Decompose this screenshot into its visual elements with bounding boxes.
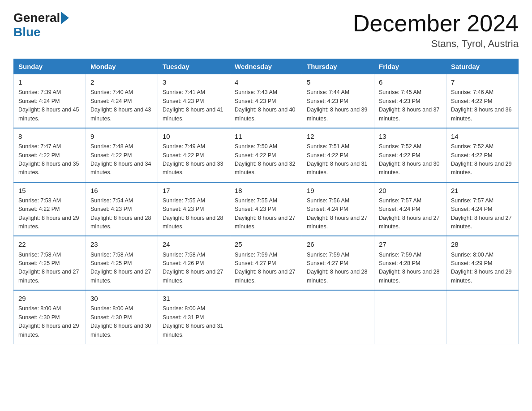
day-info: Sunrise: 7:58 AMSunset: 4:25 PMDaylight:…: [18, 251, 81, 286]
day-number: 3: [163, 77, 225, 87]
day-info: Sunrise: 7:49 AMSunset: 4:22 PMDaylight:…: [163, 142, 225, 177]
day-info: Sunrise: 8:00 AMSunset: 4:30 PMDaylight:…: [90, 304, 153, 339]
calendar-cell: [302, 290, 374, 344]
calendar-cell: 10Sunrise: 7:49 AMSunset: 4:22 PMDayligh…: [158, 128, 230, 182]
day-info: Sunrise: 7:59 AMSunset: 4:28 PMDaylight:…: [379, 251, 442, 286]
calendar-cell: [446, 290, 519, 344]
day-info: Sunrise: 7:50 AMSunset: 4:22 PMDaylight:…: [235, 142, 297, 177]
day-number: 24: [163, 239, 225, 249]
calendar-cell: 15Sunrise: 7:53 AMSunset: 4:22 PMDayligh…: [14, 182, 86, 236]
header-thursday: Thursday: [302, 59, 374, 74]
title-area: December 2024 Stans, Tyrol, Austria: [353, 11, 519, 50]
day-info: Sunrise: 7:55 AMSunset: 4:23 PMDaylight:…: [235, 197, 297, 231]
day-number: 4: [235, 77, 297, 87]
header-sunday: Sunday: [14, 59, 86, 74]
day-info: Sunrise: 7:39 AMSunset: 4:24 PMDaylight:…: [18, 88, 81, 123]
calendar-cell: 6Sunrise: 7:45 AMSunset: 4:23 PMDaylight…: [374, 74, 446, 128]
day-info: Sunrise: 7:57 AMSunset: 4:24 PMDaylight:…: [379, 197, 442, 231]
week-row-4: 22Sunrise: 7:58 AMSunset: 4:25 PMDayligh…: [14, 236, 519, 290]
week-row-1: 1Sunrise: 7:39 AMSunset: 4:24 PMDaylight…: [14, 74, 519, 128]
day-number: 2: [90, 77, 153, 87]
logo-arrow-icon: [61, 12, 69, 24]
week-row-3: 15Sunrise: 7:53 AMSunset: 4:22 PMDayligh…: [14, 182, 519, 236]
calendar-cell: 24Sunrise: 7:58 AMSunset: 4:26 PMDayligh…: [158, 236, 230, 290]
header-wednesday: Wednesday: [230, 59, 302, 74]
header-friday: Friday: [374, 59, 446, 74]
calendar-cell: 20Sunrise: 7:57 AMSunset: 4:24 PMDayligh…: [374, 182, 446, 236]
day-info: Sunrise: 7:43 AMSunset: 4:23 PMDaylight:…: [235, 88, 297, 123]
day-number: 12: [307, 131, 369, 141]
calendar-cell: 8Sunrise: 7:47 AMSunset: 4:22 PMDaylight…: [14, 128, 86, 182]
calendar-cell: 30Sunrise: 8:00 AMSunset: 4:30 PMDayligh…: [86, 290, 158, 344]
day-info: Sunrise: 7:54 AMSunset: 4:23 PMDaylight:…: [90, 197, 153, 231]
header-tuesday: Tuesday: [158, 59, 230, 74]
day-number: 8: [18, 131, 81, 141]
calendar-cell: 28Sunrise: 8:00 AMSunset: 4:29 PMDayligh…: [446, 236, 519, 290]
day-info: Sunrise: 7:40 AMSunset: 4:24 PMDaylight:…: [90, 88, 153, 123]
page-header: General Blue December 2024 Stans, Tyrol,…: [13, 11, 519, 50]
day-info: Sunrise: 7:56 AMSunset: 4:24 PMDaylight:…: [307, 197, 369, 231]
calendar-cell: 4Sunrise: 7:43 AMSunset: 4:23 PMDaylight…: [230, 74, 302, 128]
calendar-cell: 9Sunrise: 7:48 AMSunset: 4:22 PMDaylight…: [86, 128, 158, 182]
day-info: Sunrise: 7:48 AMSunset: 4:22 PMDaylight:…: [90, 142, 153, 177]
day-number: 13: [379, 131, 442, 141]
day-info: Sunrise: 7:51 AMSunset: 4:22 PMDaylight:…: [307, 142, 369, 177]
week-row-5: 29Sunrise: 8:00 AMSunset: 4:30 PMDayligh…: [14, 290, 519, 344]
day-number: 30: [90, 293, 153, 304]
day-number: 25: [235, 239, 297, 249]
calendar-cell: 3Sunrise: 7:41 AMSunset: 4:23 PMDaylight…: [158, 74, 230, 128]
day-number: 22: [18, 239, 81, 249]
header-row: SundayMondayTuesdayWednesdayThursdayFrid…: [14, 59, 519, 74]
day-number: 31: [163, 293, 225, 304]
calendar-cell: 26Sunrise: 7:59 AMSunset: 4:27 PMDayligh…: [302, 236, 374, 290]
header-saturday: Saturday: [446, 59, 519, 74]
calendar-table: SundayMondayTuesdayWednesdayThursdayFrid…: [13, 59, 519, 344]
calendar-cell: 22Sunrise: 7:58 AMSunset: 4:25 PMDayligh…: [14, 236, 86, 290]
day-info: Sunrise: 7:59 AMSunset: 4:27 PMDaylight:…: [235, 251, 297, 286]
calendar-cell: 18Sunrise: 7:55 AMSunset: 4:23 PMDayligh…: [230, 182, 302, 236]
calendar-cell: 7Sunrise: 7:46 AMSunset: 4:22 PMDaylight…: [446, 74, 519, 128]
day-info: Sunrise: 7:52 AMSunset: 4:22 PMDaylight:…: [379, 142, 442, 177]
day-number: 15: [18, 185, 81, 196]
header-monday: Monday: [86, 59, 158, 74]
day-number: 16: [90, 185, 153, 196]
day-info: Sunrise: 7:52 AMSunset: 4:22 PMDaylight:…: [451, 142, 514, 177]
calendar-cell: 13Sunrise: 7:52 AMSunset: 4:22 PMDayligh…: [374, 128, 446, 182]
day-number: 5: [307, 77, 369, 87]
logo-text: General: [13, 11, 70, 25]
day-info: Sunrise: 8:00 AMSunset: 4:29 PMDaylight:…: [451, 251, 514, 286]
day-number: 9: [90, 131, 153, 141]
calendar-cell: 2Sunrise: 7:40 AMSunset: 4:24 PMDaylight…: [86, 74, 158, 128]
day-number: 26: [307, 239, 369, 249]
day-number: 23: [90, 239, 153, 249]
day-info: Sunrise: 8:00 AMSunset: 4:31 PMDaylight:…: [163, 304, 225, 339]
logo: General Blue: [13, 11, 70, 39]
logo-blue: Blue: [13, 25, 41, 39]
week-row-2: 8Sunrise: 7:47 AMSunset: 4:22 PMDaylight…: [14, 128, 519, 182]
day-number: 27: [379, 239, 442, 249]
day-number: 14: [451, 131, 514, 141]
day-number: 6: [379, 77, 442, 87]
day-number: 11: [235, 131, 297, 141]
calendar-cell: 16Sunrise: 7:54 AMSunset: 4:23 PMDayligh…: [86, 182, 158, 236]
day-info: Sunrise: 7:53 AMSunset: 4:22 PMDaylight:…: [18, 197, 81, 231]
calendar-cell: 23Sunrise: 7:58 AMSunset: 4:25 PMDayligh…: [86, 236, 158, 290]
day-number: 29: [18, 293, 81, 304]
logo-general: General: [13, 11, 60, 25]
day-number: 19: [307, 185, 369, 196]
day-info: Sunrise: 7:57 AMSunset: 4:24 PMDaylight:…: [451, 197, 514, 231]
day-info: Sunrise: 7:58 AMSunset: 4:26 PMDaylight:…: [163, 251, 225, 286]
calendar-cell: 29Sunrise: 8:00 AMSunset: 4:30 PMDayligh…: [14, 290, 86, 344]
day-number: 7: [451, 77, 514, 87]
day-number: 10: [163, 131, 225, 141]
day-info: Sunrise: 7:58 AMSunset: 4:25 PMDaylight:…: [90, 251, 153, 286]
calendar-cell: 19Sunrise: 7:56 AMSunset: 4:24 PMDayligh…: [302, 182, 374, 236]
day-info: Sunrise: 7:59 AMSunset: 4:27 PMDaylight:…: [307, 251, 369, 286]
day-info: Sunrise: 8:00 AMSunset: 4:30 PMDaylight:…: [18, 304, 81, 339]
day-number: 1: [18, 77, 81, 87]
calendar-cell: 17Sunrise: 7:55 AMSunset: 4:23 PMDayligh…: [158, 182, 230, 236]
day-info: Sunrise: 7:45 AMSunset: 4:23 PMDaylight:…: [379, 88, 442, 123]
day-number: 18: [235, 185, 297, 196]
day-info: Sunrise: 7:44 AMSunset: 4:23 PMDaylight:…: [307, 88, 369, 123]
calendar-cell: [374, 290, 446, 344]
